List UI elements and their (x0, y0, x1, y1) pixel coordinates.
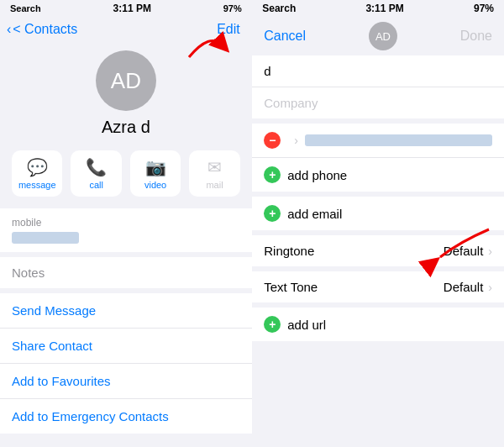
text-tone-default: Default (444, 280, 484, 294)
avatar-small: AD (369, 22, 397, 50)
cancel-button[interactable]: Cancel (264, 29, 306, 44)
last-name-field[interactable]: d (252, 55, 504, 87)
phone-section: − › + add phone (252, 124, 504, 192)
add-email-label: add email (287, 207, 342, 221)
last-name-value: d (264, 64, 270, 78)
video-label: video (144, 180, 166, 190)
phone-row: − › (252, 124, 504, 158)
add-url-row: + add url (252, 308, 504, 341)
edit-button[interactable]: Edit (217, 22, 240, 37)
done-button[interactable]: Done (460, 29, 492, 44)
ringtone-default: Default (444, 244, 484, 258)
text-tone-value: Default › (444, 280, 492, 294)
ringtone-chevron-icon: › (488, 245, 492, 258)
call-icon: 📞 (86, 157, 107, 177)
status-bar-right: Search 3:11 PM 97% (252, 0, 504, 17)
remove-phone-button[interactable]: − (264, 132, 281, 149)
company-field[interactable]: Company (252, 87, 504, 118)
add-emergency-link[interactable]: Add to Emergency Contacts (0, 399, 252, 434)
video-button[interactable]: 📷 video (130, 150, 181, 197)
ringtone-value: Default › (444, 244, 492, 258)
phone-value (305, 134, 492, 146)
phone-chevron-icon: › (294, 134, 298, 147)
back-label[interactable]: < Contacts (13, 22, 77, 37)
add-email-row: + add email (252, 197, 504, 230)
status-time-right: 3:11 PM (365, 3, 403, 14)
add-phone-label: add phone (287, 168, 347, 182)
nav-bar-contacts: ‹ < Contacts Edit (0, 17, 252, 42)
notes-section: Notes (0, 257, 252, 288)
mail-label: mail (206, 180, 223, 190)
name-section: d Company (252, 55, 504, 118)
back-button[interactable]: ‹ < Contacts (7, 22, 77, 37)
message-button[interactable]: 💬 message (12, 150, 62, 197)
status-time: 3:11 PM (113, 3, 151, 14)
share-contact-link[interactable]: Share Contact (0, 329, 252, 364)
add-favourites-link[interactable]: Add to Favourites (0, 364, 252, 399)
ringtone-row[interactable]: Ringtone Default › (252, 235, 504, 266)
status-signal: Search (10, 3, 41, 13)
right-panel: Search 3:11 PM 97% Cancel AD Done d Comp… (252, 0, 504, 447)
add-email-button[interactable]: + (264, 205, 281, 222)
contact-header: AD Azra d (0, 42, 252, 150)
chevron-left-icon: ‹ (7, 22, 11, 37)
status-battery: 97% (223, 3, 242, 13)
video-icon: 📷 (145, 157, 166, 177)
send-message-link[interactable]: Send Message (0, 293, 252, 329)
edit-form: d Company − › + add phone + add email (252, 55, 504, 447)
message-icon: 💬 (27, 157, 48, 177)
call-button[interactable]: 📞 call (71, 150, 121, 197)
message-label: message (18, 180, 56, 190)
company-placeholder: Company (264, 96, 318, 110)
add-phone-button[interactable]: + (264, 166, 281, 183)
status-bar-left: Search 3:11 PM 97% (0, 0, 252, 17)
avatar: AD (96, 50, 156, 111)
mobile-section: mobile (0, 208, 252, 252)
status-battery-right: 97% (474, 3, 494, 14)
add-url-button[interactable]: + (264, 316, 281, 333)
left-panel: Search 3:11 PM 97% ‹ < Contacts Edit AD … (0, 0, 252, 447)
action-buttons: 💬 message 📞 call 📷 video ✉ mail (0, 150, 252, 208)
call-label: call (89, 180, 103, 190)
status-signal-right: Search (262, 3, 296, 14)
url-section: + add url (252, 308, 504, 341)
mobile-label: mobile (12, 217, 240, 229)
mail-button[interactable]: ✉ mail (189, 150, 239, 197)
nav-bar-edit: Cancel AD Done (252, 17, 504, 55)
mail-icon: ✉ (207, 157, 222, 177)
email-section: + add email (252, 197, 504, 230)
ringtone-section: Ringtone Default › (252, 235, 504, 266)
links-section: Send Message Share Contact Add to Favour… (0, 293, 252, 434)
text-tone-row[interactable]: Text Tone Default › (252, 271, 504, 302)
add-url-label: add url (287, 318, 326, 332)
contact-name: Azra d (102, 118, 150, 137)
text-tone-section: Text Tone Default › (252, 271, 504, 302)
text-tone-label: Text Tone (264, 280, 318, 294)
text-tone-chevron-icon: › (488, 281, 492, 294)
ringtone-label: Ringtone (264, 244, 314, 258)
mobile-value (12, 232, 79, 244)
notes-label: Notes (12, 266, 240, 280)
add-phone-row: + add phone (252, 158, 504, 192)
